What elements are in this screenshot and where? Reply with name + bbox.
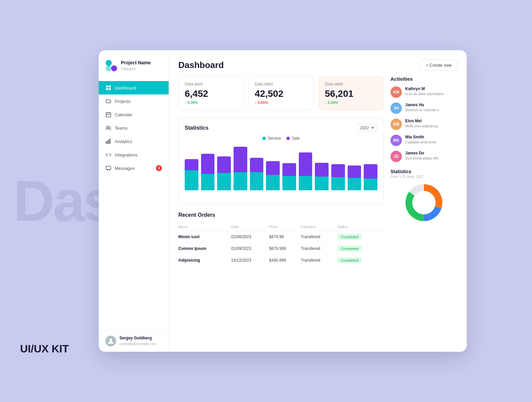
nav-analytics[interactable]: Analytics xyxy=(99,135,169,148)
bar-label-12: 12 xyxy=(369,187,372,190)
nav-integrations-label: Integrations xyxy=(115,152,138,157)
logo-area: Project Name Category xyxy=(99,60,169,81)
stats-row: Data label 6,452 ↑ 5.39% Data label 42,5… xyxy=(178,76,384,110)
order-status: Completed xyxy=(337,255,384,266)
user-email: company@example.com xyxy=(119,342,156,346)
bar-sale-6 xyxy=(266,161,280,175)
order-date: 01/09/2023 xyxy=(231,243,269,255)
stat-label-2: Data label xyxy=(325,82,377,86)
order-item: Commo Ipsum xyxy=(178,243,231,255)
activity-name: Elon Mel xyxy=(405,119,438,123)
activity-text: Deserunt m nostrudo v xyxy=(405,108,439,113)
ui-ux-kit-label: UI/UX KIT xyxy=(20,343,69,355)
activity-item: JD James Do Duis excep aliqua offic xyxy=(390,151,457,162)
main-card: Project Name Category Dashboard P xyxy=(99,50,467,352)
activity-text: Cupidatat amet amet xyxy=(405,140,436,145)
activity-avatar: JD xyxy=(390,151,402,162)
message-icon xyxy=(105,165,111,171)
nav-dashboard[interactable]: Dashboard xyxy=(99,81,169,94)
main-header: Dashboard + Create new xyxy=(169,50,467,76)
activity-avatar: MS xyxy=(390,135,402,146)
nav-dashboard-label: Dashboard xyxy=(115,85,136,90)
activity-name: Kathryn M xyxy=(405,86,444,91)
bar-sale-7 xyxy=(282,163,296,176)
bar-sale-5 xyxy=(250,158,264,172)
year-select[interactable]: 2022 2021 2023 xyxy=(356,124,377,132)
nav-projects-label: Projects xyxy=(115,99,130,104)
order-payment: Transfered xyxy=(301,255,337,266)
folder-icon xyxy=(105,98,111,104)
main-content: Dashboard + Create new Data label 6,452 … xyxy=(169,50,467,352)
activity-content: Elon Mel Mollit cons adipisicing xyxy=(405,119,438,130)
nav-teams[interactable]: Teams xyxy=(99,121,169,135)
svg-point-16 xyxy=(109,339,112,341)
bar-sale-8 xyxy=(299,152,313,176)
bar-group-1: 1 xyxy=(185,145,198,190)
activity-content: Kathryn M In eu do dolor exercitation xyxy=(405,86,444,98)
right-stats: Statistics From 1-15 June, 2022 xyxy=(390,169,457,223)
messages-badge: 9 xyxy=(156,165,162,171)
activities-title: Activities xyxy=(390,76,457,82)
users-icon xyxy=(105,125,111,131)
bar-label-6: 6 xyxy=(272,187,274,190)
calendar-icon xyxy=(105,112,111,118)
bar-group-4: 4 xyxy=(234,145,247,190)
nav-calendar[interactable]: Calendar xyxy=(99,108,169,121)
activity-text: In eu do dolor exercitation xyxy=(405,92,444,96)
col-status: Status xyxy=(337,223,384,231)
stat-value-0: 6,452 xyxy=(185,88,237,99)
bar-sale-10 xyxy=(331,164,345,177)
bar-sale-1 xyxy=(185,159,198,170)
bar-sale-9 xyxy=(315,163,329,177)
col-payment: Payment xyxy=(301,223,337,231)
svg-rect-15 xyxy=(106,166,111,170)
svg-point-1 xyxy=(111,65,117,71)
nav-messages-label: Messages xyxy=(115,166,135,171)
orders-section: Recent Orders Items Date Price Payment S… xyxy=(178,212,384,266)
svg-rect-13 xyxy=(108,140,109,143)
stat-change-1: ↓ 0.65% xyxy=(255,100,307,105)
chart-bars: 1 2 3 4 5 6 7 xyxy=(185,145,377,198)
status-badge: Completed xyxy=(337,246,362,252)
table-row: Adipisicing 15/12/2023 $440.999 Transfer… xyxy=(178,255,384,266)
order-price: $879.98 xyxy=(269,231,301,243)
svg-rect-3 xyxy=(106,85,108,87)
stat-card-1: Data label 42,502 ↓ 0.65% xyxy=(248,76,314,110)
order-payment: Transfered xyxy=(301,231,337,243)
content-right: Activities KM Kathryn M In eu do dolor e… xyxy=(390,76,457,345)
donut-chart xyxy=(404,183,444,223)
svg-point-21 xyxy=(414,193,434,213)
bar-label-1: 1 xyxy=(191,187,193,190)
svg-rect-4 xyxy=(109,85,111,87)
bar-label-9: 9 xyxy=(321,187,323,190)
order-price: $440.999 xyxy=(269,255,301,266)
nav-messages[interactable]: Messages 9 xyxy=(99,161,169,175)
bar-group-6: 6 xyxy=(266,145,280,190)
activity-avatar: KM xyxy=(390,86,402,98)
bar-label-10: 10 xyxy=(336,187,340,190)
nav-integrations[interactable]: Integrations xyxy=(99,148,169,161)
code-icon xyxy=(105,152,111,158)
create-button[interactable]: + Create new xyxy=(420,60,457,71)
bar-group-8: 8 xyxy=(299,145,313,190)
sidebar-footer: Sergey Goldberg company@example.com xyxy=(99,330,169,352)
legend-service: Service xyxy=(262,136,281,141)
chart-section: Statistics 2022 2021 2023 Service xyxy=(178,118,384,205)
order-payment: Transfered xyxy=(301,243,337,255)
order-status: Completed xyxy=(337,231,384,243)
bar-sale-4 xyxy=(234,147,247,172)
user-name: Sergey Goldberg xyxy=(119,336,156,340)
nav-projects[interactable]: Projects xyxy=(99,94,169,108)
stat-change-2: ↑ 2.29% xyxy=(325,100,377,105)
svg-point-2 xyxy=(106,65,112,71)
activity-item: KM Kathryn M In eu do dolor exercitation xyxy=(390,86,457,98)
svg-rect-7 xyxy=(106,113,111,117)
activity-item: JH James Ha Deserunt m nostrudo v xyxy=(390,103,457,114)
legend-sale: Sale xyxy=(286,136,300,141)
activity-content: James Ha Deserunt m nostrudo v xyxy=(405,103,439,114)
chart-legend: Service Sale xyxy=(185,136,377,141)
table-row: Minim sunt 02/08/2023 $879.98 Transfered… xyxy=(178,231,384,243)
legend-dot-sale xyxy=(286,137,290,140)
status-badge: Completed xyxy=(337,257,362,263)
svg-point-11 xyxy=(107,126,109,128)
